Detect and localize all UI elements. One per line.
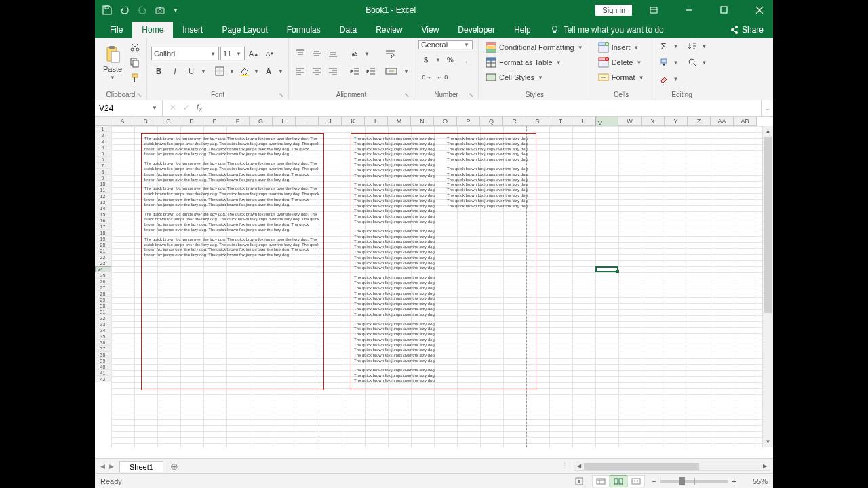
camera-icon[interactable] xyxy=(155,5,165,16)
font-size-select[interactable]: 11▼ xyxy=(220,47,245,60)
close-button[interactable] xyxy=(746,0,773,20)
borders-button[interactable] xyxy=(212,64,227,79)
row-headers[interactable]: 1234567891011121314151617181920212223242… xyxy=(95,126,111,447)
conditional-formatting-button[interactable]: Conditional Formatting▼ xyxy=(483,41,587,54)
cells-grid[interactable]: The quick brown fox jumps over the lazy … xyxy=(111,126,762,447)
underline-button[interactable]: U xyxy=(184,64,199,79)
align-top-button[interactable] xyxy=(293,46,308,61)
fill-button[interactable] xyxy=(656,55,671,70)
format-painter-button[interactable] xyxy=(127,70,142,85)
decrease-decimal-button[interactable]: ←.0 xyxy=(435,70,450,85)
format-as-table-button[interactable]: Format as Table▼ xyxy=(483,56,587,69)
tell-me-search[interactable]: Tell me what you want to do xyxy=(540,22,673,38)
horizontal-scrollbar[interactable]: ◀▶ xyxy=(574,462,770,471)
paste-button[interactable]: Paste ▼ xyxy=(99,40,126,85)
view-page-layout-button[interactable] xyxy=(610,475,627,487)
tab-nav-next-icon[interactable]: ▶ xyxy=(109,463,114,470)
qat-customize-icon[interactable]: ▼ xyxy=(172,5,179,16)
decrease-indent-button[interactable] xyxy=(347,64,362,79)
orientation-button[interactable]: ab xyxy=(347,46,362,61)
dialog-launcher-icon[interactable]: ⤡ xyxy=(137,92,142,98)
dialog-launcher-icon[interactable]: ⤡ xyxy=(279,92,284,98)
tab-insert[interactable]: Insert xyxy=(173,22,212,38)
group-font: Calibri▼ 11▼ A▲ A▼ B I U▼ ▼ ▼ A▼ xyxy=(147,38,289,100)
insert-cells-button[interactable]: Insert▼ xyxy=(595,41,648,54)
dialog-launcher-icon[interactable]: ⤡ xyxy=(469,92,474,98)
cell-styles-button[interactable]: Cell Styles▼ xyxy=(483,70,587,84)
fill-color-button[interactable] xyxy=(237,64,252,79)
bold-button[interactable]: B xyxy=(151,64,166,79)
tab-nav-prev-icon[interactable]: ◀ xyxy=(100,463,105,470)
sheet-tab[interactable]: Sheet1 xyxy=(119,461,163,472)
tab-file[interactable]: File xyxy=(100,22,132,38)
select-all-corner[interactable] xyxy=(95,117,111,126)
increase-decimal-button[interactable]: .0→ xyxy=(418,70,433,85)
clear-button[interactable] xyxy=(656,71,671,86)
increase-indent-button[interactable] xyxy=(363,64,378,79)
scrollbar-thumb[interactable] xyxy=(764,137,772,313)
minimize-button[interactable] xyxy=(675,0,703,20)
maximize-button[interactable] xyxy=(711,0,738,20)
tab-view[interactable]: View xyxy=(412,22,449,38)
save-icon[interactable] xyxy=(102,5,113,16)
currency-button[interactable]: $ xyxy=(418,52,433,67)
number-format-select[interactable]: General▼ xyxy=(418,40,473,49)
ribbon-options-icon[interactable] xyxy=(640,0,667,20)
align-left-button[interactable] xyxy=(293,64,308,79)
align-center-button[interactable] xyxy=(309,64,324,79)
copy-button[interactable] xyxy=(127,56,142,70)
zoom-level[interactable]: 55% xyxy=(741,477,768,485)
tab-developer[interactable]: Developer xyxy=(448,22,505,38)
tab-data[interactable]: Data xyxy=(330,22,366,38)
vertical-scrollbar[interactable]: ▲▼ xyxy=(762,126,773,447)
increase-font-button[interactable]: A▲ xyxy=(246,46,261,61)
name-box[interactable]: V24▼ xyxy=(95,100,163,116)
tab-formulas[interactable]: Formulas xyxy=(277,22,330,38)
autosum-button[interactable]: Σ xyxy=(656,39,671,54)
svg-point-2 xyxy=(159,9,161,12)
macro-record-icon[interactable] xyxy=(574,476,584,486)
cut-button[interactable] xyxy=(127,40,142,54)
align-middle-button[interactable] xyxy=(309,46,324,61)
sign-in-button[interactable]: Sign in xyxy=(595,5,632,16)
font-color-button[interactable]: A xyxy=(261,64,276,79)
zoom-slider[interactable] xyxy=(660,480,728,483)
window-title: Book1 - Excel xyxy=(186,5,595,15)
view-page-break-button[interactable] xyxy=(627,475,645,487)
tab-help[interactable]: Help xyxy=(505,22,540,38)
italic-button[interactable]: I xyxy=(167,64,182,79)
undo-icon[interactable] xyxy=(119,5,130,16)
expand-formula-bar-icon[interactable]: ⌄ xyxy=(761,100,773,116)
scrollbar-thumb[interactable] xyxy=(584,463,699,470)
font-name-select[interactable]: Calibri▼ xyxy=(151,47,219,60)
sort-filter-button[interactable] xyxy=(685,39,700,54)
view-normal-button[interactable] xyxy=(592,475,610,487)
align-bottom-button[interactable] xyxy=(326,46,340,61)
dialog-launcher-icon[interactable]: ⤡ xyxy=(404,92,410,98)
tab-page-layout[interactable]: Page Layout xyxy=(212,22,277,38)
svg-rect-25 xyxy=(486,49,496,52)
find-button[interactable] xyxy=(685,55,700,70)
wrap-text-button[interactable] xyxy=(382,46,401,61)
comma-button[interactable]: , xyxy=(459,52,474,67)
enter-formula-icon[interactable]: ✓ xyxy=(183,103,190,113)
add-sheet-button[interactable]: ⊕ xyxy=(163,461,185,472)
cancel-formula-icon[interactable]: ✕ xyxy=(170,103,176,113)
align-right-button[interactable] xyxy=(326,64,340,79)
decrease-font-button[interactable]: A▼ xyxy=(262,46,277,61)
fx-icon[interactable]: fx xyxy=(197,102,202,113)
zoom-out-button[interactable]: − xyxy=(652,477,656,485)
column-headers[interactable]: ABCDEFGHIJKLMNOPQRSTUVWXYZAAAB xyxy=(111,117,762,126)
zoom-control[interactable]: − + 55% xyxy=(652,477,768,485)
tab-review[interactable]: Review xyxy=(366,22,412,38)
zoom-in-button[interactable]: + xyxy=(732,477,736,485)
percent-button[interactable]: % xyxy=(443,52,458,67)
redo-icon[interactable] xyxy=(137,5,148,16)
tab-home[interactable]: Home xyxy=(132,22,173,38)
share-button[interactable]: Share xyxy=(720,22,773,38)
format-cells-button[interactable]: Format▼ xyxy=(595,70,648,84)
delete-cells-button[interactable]: Delete▼ xyxy=(595,56,648,69)
merge-button[interactable] xyxy=(382,64,401,79)
worksheet-grid[interactable]: ABCDEFGHIJKLMNOPQRSTUVWXYZAAAB 123456789… xyxy=(95,117,773,458)
svg-rect-1 xyxy=(156,8,164,14)
